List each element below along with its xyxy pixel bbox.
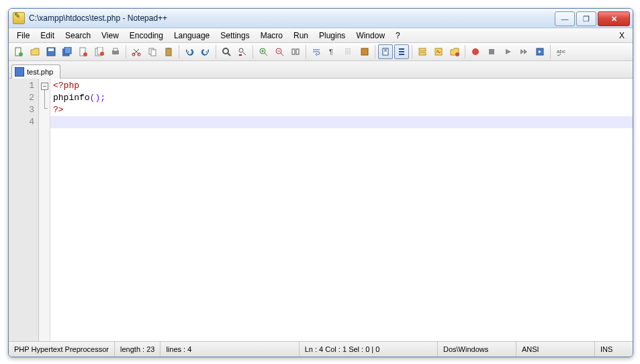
svg-line-25 bbox=[281, 53, 283, 56]
code-line[interactable]: ?> bbox=[50, 104, 633, 116]
status-language: PHP Hypertext Preprocessor bbox=[9, 342, 115, 357]
menu-encoding[interactable]: Encoding bbox=[124, 30, 169, 42]
titlebar[interactable]: C:\xampp\htdocs\test.php - Notepad++ — ❐… bbox=[9, 9, 633, 28]
svg-rect-17 bbox=[166, 48, 171, 56]
find-button[interactable] bbox=[219, 44, 234, 59]
print-button[interactable] bbox=[108, 44, 123, 59]
zoom-out-button[interactable] bbox=[272, 44, 287, 59]
svg-rect-3 bbox=[48, 48, 54, 51]
line-number: 2 bbox=[9, 92, 38, 104]
code-area[interactable]: <?phpphpinfo();?> bbox=[50, 79, 633, 341]
svg-point-1 bbox=[19, 52, 23, 56]
fold-toggle-icon[interactable] bbox=[41, 83, 48, 90]
menu-file[interactable]: File bbox=[11, 30, 35, 42]
menu-window[interactable]: Window bbox=[351, 30, 390, 42]
menu-settings[interactable]: Settings bbox=[215, 30, 255, 42]
sync-scroll-button[interactable] bbox=[288, 44, 303, 59]
new-file-button[interactable] bbox=[11, 44, 26, 59]
status-eol: Dos\Windows bbox=[438, 342, 516, 357]
fold-column[interactable] bbox=[39, 79, 50, 341]
menu-help[interactable]: ? bbox=[390, 30, 406, 42]
window-title: C:\xampp\htdocs\test.php - Notepad++ bbox=[29, 13, 553, 23]
status-position: Ln : 4 Col : 1 Sel : 0 | 0 bbox=[300, 342, 438, 357]
svg-rect-29 bbox=[361, 48, 368, 55]
code-line[interactable]: <?php bbox=[50, 80, 633, 92]
minimize-button[interactable]: — bbox=[555, 11, 575, 26]
menu-language[interactable]: Language bbox=[169, 30, 215, 42]
close-button[interactable]: ✕ bbox=[598, 11, 630, 26]
svg-point-7 bbox=[83, 52, 87, 56]
svg-text:¶: ¶ bbox=[329, 48, 333, 56]
line-number: 1 bbox=[9, 80, 38, 92]
svg-rect-12 bbox=[113, 48, 118, 51]
status-encoding: ANSI bbox=[516, 342, 595, 357]
monitoring-button[interactable] bbox=[431, 44, 446, 59]
paste-button[interactable] bbox=[161, 44, 176, 59]
zoom-in-button[interactable] bbox=[256, 44, 271, 59]
save-all-button[interactable] bbox=[60, 44, 75, 59]
close-file-button[interactable] bbox=[76, 44, 91, 59]
menu-view[interactable]: View bbox=[96, 30, 124, 42]
svg-rect-18 bbox=[167, 48, 170, 49]
svg-point-37 bbox=[472, 48, 479, 55]
indent-guide-button[interactable] bbox=[341, 44, 356, 59]
menu-search[interactable]: Search bbox=[60, 30, 96, 42]
editor: 1 2 3 4 <?phpphpinfo();?> bbox=[9, 79, 633, 341]
macro-play-multi-button[interactable] bbox=[516, 44, 531, 59]
replace-button[interactable] bbox=[235, 44, 250, 59]
window-controls: — ❐ ✕ bbox=[553, 11, 630, 25]
copy-button[interactable] bbox=[145, 44, 160, 59]
status-length: length : 23 bbox=[115, 342, 161, 357]
macro-stop-button[interactable] bbox=[484, 44, 499, 59]
svg-rect-5 bbox=[64, 47, 71, 54]
cut-button[interactable] bbox=[129, 44, 144, 59]
macro-save-button[interactable] bbox=[533, 44, 547, 59]
svg-rect-16 bbox=[151, 50, 156, 56]
tab-label: test.php bbox=[27, 68, 53, 76]
maximize-button[interactable]: ❐ bbox=[576, 11, 596, 26]
undo-button[interactable] bbox=[182, 44, 197, 59]
menu-run[interactable]: Run bbox=[288, 30, 314, 42]
svg-rect-27 bbox=[296, 49, 299, 54]
statusbar: PHP Hypertext Preprocessor length : 23 l… bbox=[9, 341, 633, 357]
svg-line-20 bbox=[228, 53, 230, 56]
doc-map-button[interactable] bbox=[378, 44, 393, 59]
line-number-gutter[interactable]: 1 2 3 4 bbox=[9, 79, 39, 341]
menu-plugins[interactable]: Plugins bbox=[314, 30, 351, 42]
close-all-button[interactable] bbox=[92, 44, 107, 59]
redo-button[interactable] bbox=[198, 44, 213, 59]
svg-rect-38 bbox=[489, 49, 494, 54]
app-window: C:\xampp\htdocs\test.php - Notepad++ — ❐… bbox=[8, 8, 633, 357]
svg-rect-34 bbox=[419, 52, 426, 55]
menu-extra-x[interactable]: X bbox=[614, 30, 630, 42]
line-number: 4 bbox=[9, 116, 38, 128]
svg-point-36 bbox=[455, 52, 459, 56]
spellcheck-button[interactable]: abc bbox=[553, 44, 568, 59]
macro-play-button[interactable] bbox=[500, 44, 515, 59]
wordwrap-button[interactable] bbox=[309, 44, 324, 59]
status-mode: INS bbox=[595, 342, 633, 357]
folder-as-workspace-button[interactable] bbox=[415, 44, 430, 59]
menubar: File Edit Search View Encoding Language … bbox=[9, 28, 633, 43]
svg-point-19 bbox=[223, 48, 228, 54]
code-line[interactable] bbox=[50, 116, 633, 128]
app-icon bbox=[13, 12, 25, 24]
open-file-button[interactable] bbox=[28, 44, 42, 59]
code-line[interactable]: phpinfo(); bbox=[50, 92, 633, 104]
file-icon bbox=[15, 67, 24, 77]
svg-point-21 bbox=[239, 48, 243, 52]
user-lang-button[interactable] bbox=[357, 44, 372, 59]
status-lines: lines : 4 bbox=[161, 342, 299, 357]
macro-record-button[interactable] bbox=[468, 44, 483, 59]
svg-rect-26 bbox=[292, 49, 295, 54]
menu-macro[interactable]: Macro bbox=[255, 30, 288, 42]
menu-edit[interactable]: Edit bbox=[35, 30, 60, 42]
doc-switcher-button[interactable] bbox=[447, 44, 462, 59]
show-all-chars-button[interactable]: ¶ bbox=[325, 44, 340, 59]
func-list-button[interactable] bbox=[394, 44, 409, 59]
save-button[interactable] bbox=[44, 44, 58, 59]
svg-point-10 bbox=[100, 52, 104, 56]
toolbar: ¶ abc bbox=[9, 43, 633, 61]
tabbar: test.php bbox=[9, 61, 633, 79]
tab-test-php[interactable]: test.php bbox=[11, 64, 60, 79]
